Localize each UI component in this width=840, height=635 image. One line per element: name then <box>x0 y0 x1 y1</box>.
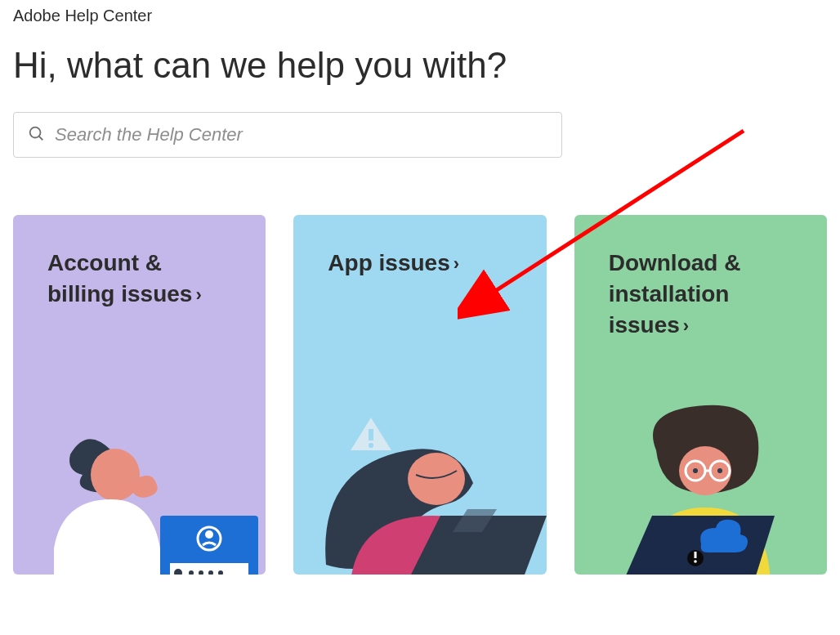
card-app-issues[interactable]: App issues› <box>293 215 546 575</box>
svg-point-0 <box>30 127 41 138</box>
chevron-right-icon: › <box>454 253 459 274</box>
svg-point-13 <box>369 443 373 448</box>
svg-point-16 <box>728 436 748 456</box>
svg-point-24 <box>717 468 722 473</box>
search-input[interactable] <box>55 124 548 145</box>
card-title: App issues› <box>328 248 512 279</box>
svg-point-27 <box>694 560 697 563</box>
svg-point-11 <box>205 530 213 539</box>
svg-point-2 <box>91 449 140 501</box>
svg-point-15 <box>660 442 677 458</box>
card-title: Download & installation issues› <box>609 248 793 340</box>
illustration-account <box>13 401 266 575</box>
search-container <box>13 112 562 158</box>
illustration-download <box>574 401 827 575</box>
search-icon <box>27 124 45 145</box>
help-cards-row: Account & billing issues› <box>0 215 840 575</box>
svg-rect-12 <box>369 429 373 440</box>
svg-point-14 <box>408 453 465 505</box>
chevron-right-icon: › <box>195 284 201 305</box>
svg-line-1 <box>39 136 42 140</box>
card-title-text: Download & installation issues <box>609 250 741 338</box>
svg-point-23 <box>693 468 698 473</box>
card-title: Account & billing issues› <box>47 248 231 310</box>
chevron-right-icon: › <box>683 315 689 336</box>
card-title-text: App issues <box>328 250 449 275</box>
svg-point-17 <box>717 418 734 434</box>
svg-rect-26 <box>694 552 696 558</box>
search-box[interactable] <box>13 112 562 158</box>
card-title-text: Account & billing issues <box>47 250 192 306</box>
illustration-app <box>293 401 546 575</box>
card-download-install[interactable]: Download & installation issues› <box>574 215 827 575</box>
site-title: Adobe Help Center <box>0 0 840 25</box>
card-account-billing[interactable]: Account & billing issues› <box>13 215 266 575</box>
page-heading: Hi, what can we help you with? <box>0 25 840 112</box>
svg-point-18 <box>675 412 695 432</box>
